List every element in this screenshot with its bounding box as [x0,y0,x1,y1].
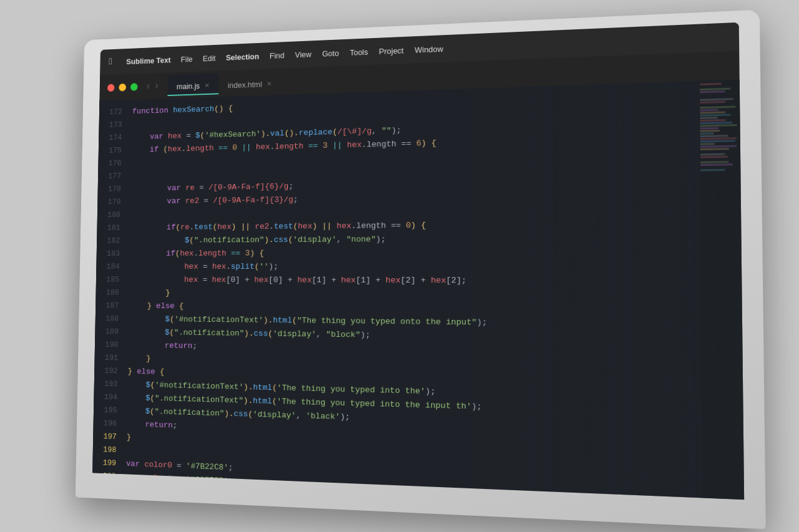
tab-close-main-js[interactable]: ✕ [204,81,209,89]
menu-find[interactable]: Find [270,51,285,60]
menu-edit[interactable]: Edit [203,53,216,62]
nav-back-icon[interactable]: ‹ [145,80,152,92]
menu-goto[interactable]: Goto [322,48,339,58]
code-line-202: colorOne = color0; [125,497,702,498]
editor: 1721731741751761771781791801811821831841… [92,79,744,500]
tab-close-index-html[interactable]: ✕ [267,79,272,87]
tab-main-js[interactable]: main.js ✕ [167,73,218,96]
tab-index-html[interactable]: index.html ✕ [218,70,282,94]
code-line-183: if(hex.length == 3) { [130,245,700,260]
tab-label-main-js: main.js [177,81,200,90]
laptop-frame:  Sublime Text File Edit Selection Find … [76,9,766,529]
code-line-185: hex = hex[0] + hex[0] + hex[1] + hex[1] … [129,273,700,289]
menu-window[interactable]: Window [414,44,443,54]
menu-view[interactable]: View [295,49,311,59]
apple-logo-icon:  [109,56,114,67]
minimize-button[interactable] [119,83,126,91]
nav-forward-icon[interactable]: › [154,80,160,92]
tabs-area: main.js ✕ index.html ✕ [167,70,282,96]
nav-arrows: ‹ › [145,80,160,92]
menu-tools[interactable]: Tools [350,47,368,57]
fullscreen-button[interactable] [130,82,138,90]
close-button[interactable] [107,84,115,91]
code-area[interactable]: function hexSearch() { var hex = $('#hex… [122,80,702,498]
menu-sublime-text[interactable]: Sublime Text [126,55,170,65]
traffic-lights [107,82,138,91]
tab-label-index-html: index.html [228,79,262,89]
minimap [699,79,745,500]
code-line-184: hex = hex.split(''); [129,259,700,274]
menu-file[interactable]: File [181,54,193,64]
screen-bezel:  Sublime Text File Edit Selection Find … [92,22,744,499]
menu-selection[interactable]: Selection [226,51,260,61]
menu-project[interactable]: Project [379,46,404,56]
